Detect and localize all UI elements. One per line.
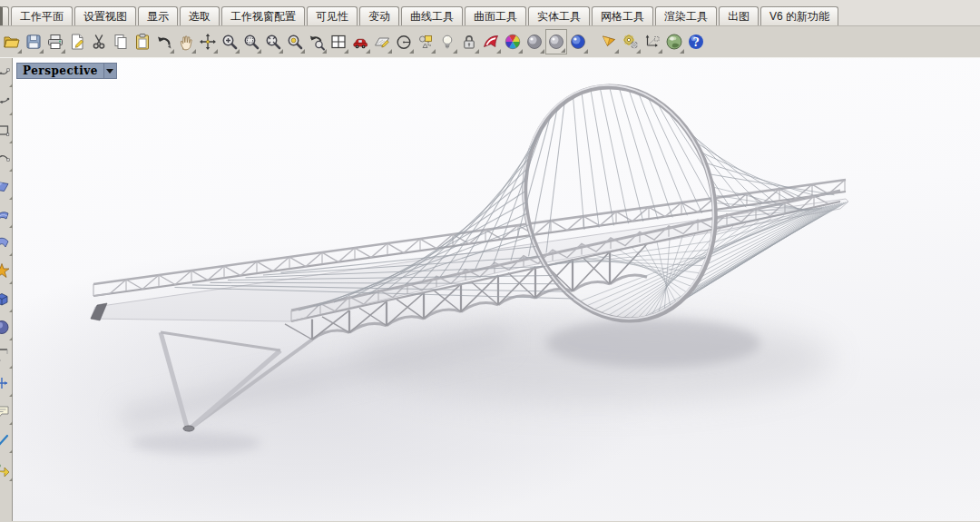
flyout-arrow-icon — [409, 49, 414, 54]
solid-box-icon — [0, 290, 11, 308]
zoom-extents-button[interactable] — [262, 29, 284, 54]
rotate-view-button[interactable] — [197, 29, 219, 54]
flyout-arrow-icon — [387, 49, 392, 54]
star-polygon-button[interactable] — [0, 259, 13, 287]
view-undo-button[interactable] — [306, 29, 328, 54]
clipped-tab[interactable] — [0, 6, 9, 25]
map-pen-button[interactable] — [371, 29, 393, 54]
surface-plane-button[interactable] — [0, 174, 13, 202]
left-toolbar — [0, 58, 13, 521]
menu-tab[interactable]: 选取 — [180, 6, 220, 25]
menu-tab[interactable]: 变动 — [359, 6, 399, 25]
new-file-button[interactable] — [66, 29, 88, 54]
gumball-tool-button[interactable] — [0, 456, 13, 484]
menu-tab[interactable]: 渲染工具 — [655, 6, 717, 25]
flyout-arrow-icon — [322, 49, 327, 54]
car-button[interactable] — [349, 29, 371, 54]
paste-icon — [133, 33, 152, 51]
transform-tool-button[interactable] — [0, 371, 13, 399]
cut-button[interactable] — [88, 29, 110, 54]
flyout-arrow-icon — [170, 49, 174, 54]
menu-tab[interactable]: 显示 — [138, 6, 178, 25]
zoom-window-button[interactable] — [240, 29, 262, 54]
surface-plane-icon — [0, 177, 11, 195]
render-sphere-button[interactable] — [524, 29, 545, 54]
dimension-icon — [643, 33, 662, 51]
menu-tab[interactable]: 可见性 — [307, 6, 358, 25]
open-folder-button[interactable] — [1, 29, 23, 54]
save-button[interactable] — [23, 29, 44, 54]
flyout-arrow-icon — [518, 49, 523, 54]
flyout-arrow-icon — [366, 49, 370, 54]
solid-box-button[interactable] — [0, 287, 13, 315]
color-wheel-icon — [504, 33, 522, 51]
circle-tool-icon — [395, 33, 413, 51]
rectangle-tool-button[interactable] — [0, 118, 13, 146]
flyout-arrow-icon — [257, 49, 261, 54]
surface-sweep-button[interactable] — [0, 231, 13, 259]
flyout-arrow-icon — [213, 49, 218, 54]
annotation-tool-button[interactable] — [0, 399, 13, 428]
paste-button[interactable] — [132, 29, 153, 54]
blue-sphere-button[interactable] — [567, 29, 589, 54]
lightbulb-button[interactable] — [436, 29, 458, 54]
select-shapes-icon — [416, 33, 435, 51]
flyout-arrow-icon — [636, 49, 641, 54]
flamingo-button[interactable] — [480, 29, 502, 54]
fillet-tool-button[interactable] — [0, 343, 13, 371]
flyout-arrow-icon — [279, 49, 283, 54]
help-button[interactable]: ? — [685, 29, 707, 54]
menu-tab[interactable]: 实体工具 — [528, 6, 590, 25]
lock-icon — [460, 33, 478, 51]
zoom-in-button[interactable] — [219, 29, 240, 54]
circle-tool-button[interactable] — [393, 29, 415, 54]
flamingo-icon — [482, 33, 500, 51]
copy-button[interactable] — [110, 29, 132, 54]
control-point-curve-icon — [0, 64, 11, 83]
help-icon: ? — [687, 33, 705, 51]
lock-button[interactable] — [458, 29, 480, 54]
menu-tab[interactable]: 工作视窗配置 — [221, 6, 305, 25]
gears-button[interactable] — [620, 29, 642, 54]
pan-button[interactable] — [175, 29, 197, 54]
flyout-arrow-icon — [17, 49, 22, 54]
menu-tab[interactable]: 出图 — [719, 6, 759, 25]
flyout-arrow-icon — [561, 48, 565, 53]
menu-tab[interactable]: 工作平面 — [11, 6, 73, 25]
flyout-arrow-icon — [453, 49, 457, 54]
lightbulb-icon — [438, 33, 456, 51]
surface-loft-button[interactable] — [0, 202, 13, 231]
render-sphere-boxed-button[interactable] — [545, 29, 567, 54]
control-point-curve-button[interactable] — [0, 62, 13, 90]
cut-icon — [90, 33, 108, 51]
menu-tab[interactable]: V6 的新功能 — [760, 6, 838, 25]
undo-button[interactable] — [153, 29, 175, 54]
cone-button[interactable] — [598, 29, 620, 54]
viewport-layout-button[interactable] — [328, 29, 349, 54]
zoom-selected-button[interactable] — [284, 29, 306, 54]
menu-tab[interactable]: 网格工具 — [592, 6, 653, 25]
flyout-arrow-icon — [191, 49, 196, 54]
color-wheel-button[interactable] — [502, 29, 524, 54]
surface-sweep-icon — [0, 233, 11, 251]
cone-icon — [600, 33, 618, 51]
menu-tab[interactable]: 设置视图 — [74, 6, 136, 25]
globe-button[interactable] — [663, 29, 685, 54]
select-shapes-button[interactable] — [415, 29, 436, 54]
transform-tool-icon — [0, 374, 11, 392]
perspective-viewport[interactable]: Perspective — [13, 58, 980, 521]
view-undo-icon — [308, 33, 326, 51]
sphere-tool-button[interactable] — [0, 315, 13, 343]
print-button[interactable] — [44, 29, 66, 54]
star-polygon-icon — [0, 261, 11, 280]
menu-tab[interactable]: 曲线工具 — [401, 6, 463, 25]
globe-icon — [665, 33, 683, 51]
gumball-tool-icon — [0, 458, 11, 477]
menu-tab[interactable]: 曲面工具 — [465, 6, 526, 25]
check-tool-button[interactable] — [0, 428, 13, 456]
interpolate-curve-button[interactable] — [0, 90, 13, 118]
car-icon — [351, 33, 369, 51]
zoom-in-icon — [220, 33, 239, 51]
arc-tool-button[interactable] — [0, 146, 13, 174]
dimension-button[interactable] — [642, 29, 663, 54]
